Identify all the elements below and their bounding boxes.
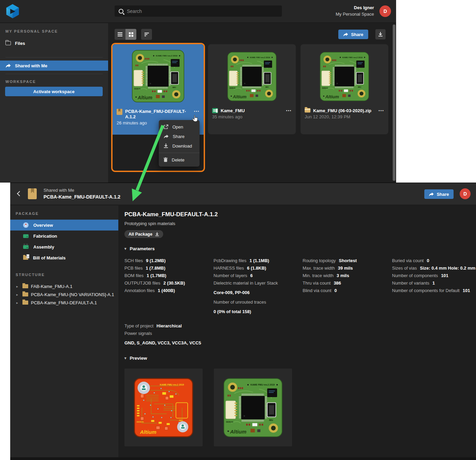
open-icon (164, 124, 168, 129)
param-row: Number of components101 (392, 272, 476, 279)
caret-right-icon[interactable]: ▸ (16, 293, 20, 296)
caret-right-icon[interactable]: ▸ (16, 285, 20, 288)
menu-item-open[interactable]: Open (159, 122, 200, 132)
sidebar-item-label: Shared with Me (15, 63, 47, 68)
share-button-label: Share (351, 32, 363, 37)
sidebar-item-bill-of-materials[interactable]: Bill of Materials (10, 252, 118, 263)
user-avatar[interactable]: D (460, 188, 471, 199)
card-menu-button[interactable]: ••• (194, 109, 200, 114)
folder-icon (22, 284, 28, 288)
search-input[interactable] (127, 8, 278, 14)
view-toggle-group (115, 29, 136, 40)
menu-divider (159, 153, 200, 153)
page-subtitle: Prototyping spin materials (124, 221, 175, 226)
download-button[interactable] (375, 29, 386, 39)
user-space: My Personal Space (336, 11, 374, 18)
menu-item-delete[interactable]: Delete (159, 155, 200, 165)
param-row: Min. trace width3 mils (303, 272, 392, 279)
assembly-icon (23, 245, 29, 249)
param-value: 101 (463, 288, 470, 293)
param-label: Max. trace width (303, 266, 335, 271)
grid-view-button[interactable] (125, 29, 136, 40)
activate-workspace-button[interactable]: Activate workspace (5, 87, 103, 96)
sidebar-item-shared-with-me[interactable]: Shared with Me (0, 61, 108, 71)
param-row: Thru via count386 (303, 279, 392, 287)
param-value: 386 (334, 280, 341, 286)
param-row: Number of components for Default101 (392, 287, 476, 294)
caret-down-icon: ▾ (124, 356, 126, 360)
workspace-header: WORKSPACE (0, 74, 108, 84)
bom-icon (23, 256, 28, 260)
param-value: 9 (1.2MB) (146, 258, 166, 263)
pcb-board-image (226, 49, 278, 104)
sidebar-item-label: Bill of Materials (33, 255, 66, 260)
param-value: 1 (7.8MB) (146, 266, 165, 271)
card-menu-button[interactable]: ••• (378, 108, 384, 114)
param-label: HARNESS files (214, 266, 244, 271)
tree-item-fab-kame-fmu[interactable]: ▸ FAB-Kame_FMU-A.1 (10, 282, 118, 290)
detail-header: Shared with Me PCBA-Kame_FMU-DEFAULT-A.1… (10, 183, 476, 205)
card-thumbnail (208, 44, 296, 104)
share-button[interactable]: Share (424, 189, 454, 199)
tree-item-label: PCBA-Kame_FMU-[NO VARIATIONS]-A.1 (31, 292, 114, 297)
card-menu-button[interactable]: ••• (286, 108, 292, 114)
param-label: OUTPUTJOB files (124, 280, 160, 286)
share-icon (343, 32, 348, 37)
folder-icon (22, 301, 28, 305)
menu-item-download[interactable]: Download (159, 141, 200, 151)
caret-right-icon[interactable]: ▸ (16, 301, 20, 305)
sidebar-item-fabrication[interactable]: Fabrication (10, 231, 118, 241)
extra-params: Type of projectHierarchical Power signal… (124, 322, 201, 347)
sidebar-item-files[interactable]: Files (0, 38, 108, 48)
preview-section-header[interactable]: ▾ Preview (124, 356, 147, 361)
preview-tile-assembled-board[interactable] (214, 369, 292, 446)
menu-item-share[interactable]: Share (159, 132, 200, 141)
param-label: Number of components (392, 273, 438, 278)
tree-item-pcba-no-variations[interactable]: ▸ PCBA-Kame_FMU-[NO VARIATIONS]-A.1 (10, 290, 118, 299)
pcb-board-image (131, 47, 186, 105)
param-row: SCH files9 (1.2MB) (124, 257, 214, 265)
preview-tile-pcb-layout[interactable] (124, 369, 203, 446)
search-icon (119, 9, 123, 14)
structure-section-header: STRUCTURE (10, 263, 118, 277)
param-row: Number of layers6 (214, 272, 303, 279)
sidebar-item-overview[interactable]: Overview (10, 220, 118, 231)
card-kame-fmu-zip[interactable]: Kame_FMU (06-03-2020).zip ••• Jun 12 202… (301, 44, 388, 134)
tree-item-pcba-default[interactable]: ▸ PCBA-Kame_FMU-DEFAULT-A.1 (10, 299, 118, 307)
panel-bottom-edge (10, 457, 476, 460)
share-icon (5, 64, 11, 68)
card-title: PCBA-Kame_FMU-DEFAULT-A.1.2 (125, 109, 190, 120)
user-avatar[interactable]: D (379, 5, 391, 17)
param-row: HARNESS files6 (1.8KB) (214, 265, 303, 272)
param-label: SCH files (124, 258, 143, 263)
param-label: BOM files (124, 273, 143, 278)
card-meta: Jun 12 2020, 12:39 PM (301, 114, 388, 119)
all-package-download-button[interactable]: All Package (124, 230, 163, 238)
list-view-button[interactable] (115, 29, 125, 40)
share-button[interactable]: Share (338, 30, 368, 39)
sort-button[interactable] (141, 29, 152, 40)
divider (5, 57, 103, 57)
scrollbar-thumb[interactable] (393, 24, 395, 181)
detail-window: Shared with Me PCBA-Kame_FMU-DEFAULT-A.1… (10, 183, 476, 460)
back-button[interactable] (16, 190, 22, 197)
altium-logo-icon[interactable] (5, 3, 20, 19)
param-value: 1 (1.1MB) (250, 258, 269, 263)
pcb-board-image (222, 377, 284, 439)
card-kame-fmu[interactable]: Kame_FMU ••• 35 minutes ago (208, 44, 296, 134)
download-icon (155, 232, 159, 236)
user-name: Des Igner (336, 5, 374, 11)
menu-item-label: Download (172, 143, 192, 149)
menu-item-label: Delete (172, 157, 185, 163)
param-row: OUTPUTJOB files2 (30.5KB) (124, 279, 214, 287)
param-row: BOM files1 (1.7MB) (124, 272, 214, 279)
param-column-1: SCH files9 (1.2MB) PCB files1 (7.8MB) BO… (124, 257, 214, 294)
param-row: Blind via count0 (303, 287, 392, 294)
files-sidebar: MY PERSONAL SPACE Files Shared with Me W… (0, 23, 108, 183)
param-label: Power signals (124, 331, 152, 336)
parameters-section-header[interactable]: ▾ Parameters (124, 246, 155, 251)
param-label: Type of project (124, 323, 153, 328)
menu-item-label: Open (172, 124, 183, 130)
sidebar-item-assembly[interactable]: Assembly (10, 241, 118, 252)
tree-item-label: PCBA-Kame_FMU-DEFAULT-A.1 (31, 300, 97, 305)
